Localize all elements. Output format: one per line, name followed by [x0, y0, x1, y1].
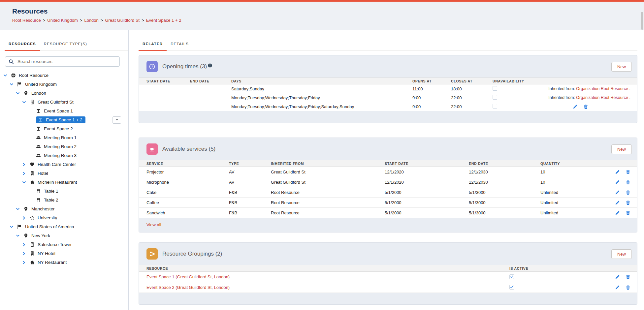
checkbox-unchecked[interactable] [493, 95, 497, 100]
checkbox-unchecked[interactable] [493, 104, 497, 108]
breadcrumb-link-root-resource[interactable]: Root Resource [12, 18, 41, 23]
resource-link[interactable]: Event Space 1 (Great Guildford St, Londo… [146, 274, 230, 279]
end-date-cell: 12/1/2030 [469, 170, 540, 174]
checkbox-checked[interactable] [509, 274, 514, 279]
delete-button[interactable] [626, 285, 630, 290]
chevron-right-icon[interactable] [22, 163, 30, 167]
breadcrumb-separator: > [43, 18, 46, 23]
tree-item-event-space-1-2[interactable]: Event Space 1 + 2 [0, 115, 128, 124]
chevron-down-icon[interactable] [10, 82, 17, 86]
tree-item-health-care-center[interactable]: Health Care Center [0, 160, 128, 169]
chevron-down-icon[interactable] [3, 74, 11, 78]
breadcrumb-link-event-space-1-2[interactable]: Event Space 1 + 2 [146, 18, 181, 23]
tree-item-london[interactable]: London [0, 89, 128, 98]
tab-resource-type-s[interactable]: RESOURCE TYPE(S) [40, 42, 91, 50]
column-header-service: SERVICE [146, 162, 229, 166]
table-header-row: START DATEEND DATEDAYSOPENS ATCLOSES ATU… [139, 78, 637, 84]
edit-button[interactable] [615, 180, 620, 185]
chevron-down-icon[interactable] [22, 180, 30, 184]
edit-button[interactable] [615, 190, 620, 195]
chevron-right-icon[interactable] [22, 216, 30, 220]
chevron-right-icon[interactable] [22, 252, 30, 256]
edit-button[interactable] [615, 285, 620, 290]
edit-button[interactable] [573, 104, 578, 109]
tree-item-label: Michelin Restaurant [38, 180, 77, 185]
tab-related[interactable]: RELATED [139, 42, 167, 50]
tree-item-event-space-2[interactable]: Event Space 2 [0, 124, 128, 133]
chevron-down-icon[interactable] [16, 207, 23, 211]
chevron-down-icon[interactable] [22, 100, 30, 104]
chevron-right-icon[interactable] [22, 261, 30, 264]
column-header-is-active: IS ACTIVE [509, 266, 601, 270]
is-active-cell [509, 274, 601, 279]
inherited-note-link[interactable]: Organization Root Resource . [576, 86, 630, 91]
delete-button[interactable] [626, 274, 630, 279]
building-outline-icon [30, 242, 35, 247]
delete-button[interactable] [626, 190, 630, 195]
edit-button[interactable] [615, 170, 620, 174]
new-button[interactable]: New [611, 62, 632, 72]
breadcrumb-link-great-guildford-st[interactable]: Great Guildford St [105, 18, 140, 23]
martini-icon [36, 126, 42, 131]
tree-item-table-2[interactable]: Table 2 [0, 196, 128, 204]
tab-details[interactable]: DETAILS [167, 42, 193, 50]
home-icon [30, 180, 35, 185]
search-input[interactable] [17, 59, 116, 64]
tree-item-manchester[interactable]: Manchester [0, 204, 128, 213]
inherited-note-link[interactable]: Organization Root Resource . [576, 95, 630, 100]
checkbox-unchecked[interactable] [493, 86, 497, 91]
opens-at-cell: 11:00 [412, 86, 451, 91]
edit-button[interactable] [615, 210, 620, 215]
inherited-note: Inherited from: Organization Root Resour… [548, 95, 630, 100]
breadcrumb-link-united-kingdom[interactable]: United Kingdom [47, 18, 78, 23]
chevron-right-icon[interactable] [22, 243, 30, 247]
tree-item-meeting-room-1[interactable]: Meeting Room 1 [0, 133, 128, 142]
tree-item-great-guildford-st[interactable]: Great Guildford St [0, 98, 128, 107]
edit-button[interactable] [615, 274, 620, 279]
tree-item-hotel[interactable]: Hotel [0, 169, 128, 178]
new-button[interactable]: New [611, 144, 632, 154]
table-row: CakeF&BRoot Resource5/1/20005/1/3000Unli… [139, 187, 637, 198]
tree-item-label: Event Space 1 + 2 [46, 117, 82, 122]
delete-button[interactable] [583, 104, 588, 109]
chevron-down-icon[interactable] [10, 225, 17, 229]
breadcrumb-link-london[interactable]: London [84, 18, 98, 23]
delete-button[interactable] [626, 170, 630, 174]
unavailability-cell [493, 95, 531, 101]
tree-item-new-york[interactable]: New York [0, 231, 128, 240]
new-button[interactable]: New [611, 249, 632, 259]
info-icon[interactable] [208, 63, 212, 68]
tree-item-university[interactable]: University [0, 213, 128, 222]
tree-item-united-states-of-america[interactable]: United States of America [0, 222, 128, 231]
unavailability-cell [493, 104, 531, 109]
tree-item-salesforce-tower[interactable]: Salesforce Tower [0, 240, 128, 249]
tree-item-event-space-1[interactable]: Event Space 1 [0, 107, 128, 115]
tree-item-meeting-room-3[interactable]: Meeting Room 3 [0, 151, 128, 160]
chevron-down-icon[interactable] [16, 234, 23, 238]
inherited-from-cell: Root Resource [271, 190, 385, 195]
chevron-right-icon[interactable] [22, 171, 30, 175]
view-all-link[interactable]: View all [146, 222, 161, 227]
breadcrumb-separator: > [80, 18, 82, 23]
map-pin-icon [23, 206, 29, 211]
search-icon [9, 59, 14, 64]
resource-cell: Event Space 1 (Great Guildford St, Londo… [146, 274, 509, 279]
chevron-down-icon[interactable] [16, 91, 23, 95]
tree-item-ny-restaurant[interactable]: NY Restaurant [0, 258, 128, 267]
tab-resources[interactable]: RESOURCES [5, 42, 40, 50]
resource-link[interactable]: Event Space 2 (Great Guildford St, Londo… [146, 285, 230, 290]
tree-item-ny-hotel[interactable]: NY Hotel [0, 249, 128, 258]
delete-button[interactable] [626, 210, 630, 215]
tree-item-michelin-restaurant[interactable]: Michelin Restaurant [0, 178, 128, 187]
delete-button[interactable] [626, 180, 630, 185]
quantity-cell: Unlimited [540, 210, 601, 215]
tree-item-menu-button[interactable] [113, 116, 121, 124]
checkbox-checked[interactable] [509, 285, 514, 290]
tree-item-meeting-room-2[interactable]: Meeting Room 2 [0, 142, 128, 151]
tree-item-table-1[interactable]: Table 1 [0, 187, 128, 196]
vertical-scrollbar-thumb[interactable] [641, 12, 643, 30]
tree-item-root-resource[interactable]: Root Resource [0, 71, 128, 80]
tree-item-united-kingdom[interactable]: United Kingdom [0, 80, 128, 89]
edit-button[interactable] [615, 200, 620, 205]
delete-button[interactable] [626, 200, 630, 205]
